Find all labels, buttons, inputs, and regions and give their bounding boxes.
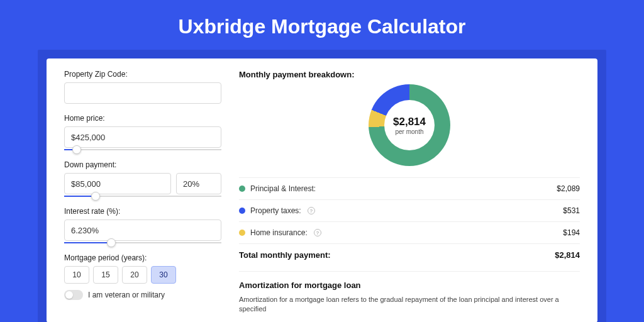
home-price-slider[interactable] [64, 149, 221, 150]
slider-thumb[interactable] [72, 145, 81, 154]
period-btn-15[interactable]: 15 [93, 266, 118, 284]
down-payment-slider[interactable] [64, 196, 221, 197]
breakdown-row-left: Principal & Interest: [239, 184, 316, 193]
donut-value: $2,814 [393, 116, 426, 128]
breakdown-item-value: $2,089 [557, 184, 580, 193]
down-payment-input[interactable] [64, 173, 171, 194]
slider-thumb[interactable] [91, 192, 100, 201]
breakdown-row: Property taxes:?$531 [239, 199, 580, 221]
breakdown-row: Principal & Interest:$2,089 [239, 177, 580, 199]
period-btn-30[interactable]: 30 [151, 266, 176, 284]
interest-slider[interactable] [64, 242, 221, 243]
period-btn-20[interactable]: 20 [122, 266, 147, 284]
slider-fill [64, 242, 111, 243]
amortization-block: Amortization for mortgage loan Amortizat… [239, 271, 580, 314]
home-price-label: Home price: [64, 114, 221, 123]
breakdown-item-value: $194 [563, 228, 580, 237]
info-icon[interactable]: ? [308, 207, 315, 214]
breakdown-item-value: $531 [563, 206, 580, 215]
zip-label: Property Zip Code: [64, 70, 221, 79]
down-payment-pct-input[interactable] [176, 173, 221, 194]
breakdown-row-left: Home insurance:? [239, 228, 321, 237]
breakdown-title: Monthly payment breakdown: [239, 70, 580, 79]
home-price-block: Home price: [64, 114, 221, 150]
interest-block: Interest rate (%): [64, 207, 221, 243]
zip-input[interactable] [64, 82, 221, 104]
breakdown-panel: Monthly payment breakdown: $2,814 per mo… [239, 70, 580, 322]
zip-field-block: Property Zip Code: [64, 70, 221, 104]
veteran-label: I am veteran or military [88, 291, 165, 299]
legend-dot [239, 186, 245, 192]
form-panel: Property Zip Code: Home price: Down paym… [64, 70, 221, 322]
period-options: 10152030 [64, 266, 221, 284]
period-block: Mortgage period (years): 10152030 [64, 253, 221, 284]
donut-chart: $2,814 per month [369, 84, 450, 166]
legend-dot [239, 208, 245, 214]
total-label: Total monthly payment: [239, 250, 331, 260]
calculator-card: Property Zip Code: Home price: Down paym… [47, 58, 597, 322]
breakdown-row-left: Property taxes:? [239, 206, 315, 215]
card-backdrop: Property Zip Code: Home price: Down paym… [38, 50, 606, 322]
veteran-toggle-row: I am veteran or military [64, 290, 221, 300]
interest-input[interactable] [64, 219, 221, 241]
total-value: $2,814 [555, 250, 580, 260]
down-payment-label: Down payment: [64, 160, 221, 169]
breakdown-item-label: Home insurance: [250, 228, 308, 237]
amortization-text: Amortization for a mortgage loan refers … [239, 295, 580, 314]
slider-thumb[interactable] [107, 238, 116, 247]
down-payment-block: Down payment: [64, 160, 221, 197]
interest-label: Interest rate (%): [64, 207, 221, 216]
total-row: Total monthly payment: $2,814 [239, 243, 580, 266]
donut-sub: per month [395, 128, 423, 135]
home-price-input[interactable] [64, 126, 221, 148]
legend-dot [239, 230, 245, 236]
period-btn-10[interactable]: 10 [64, 266, 89, 284]
breakdown-row: Home insurance:?$194 [239, 221, 580, 243]
breakdown-list: Principal & Interest:$2,089Property taxe… [239, 177, 580, 243]
breakdown-item-label: Property taxes: [250, 206, 301, 215]
info-icon[interactable]: ? [314, 229, 321, 236]
breakdown-item-label: Principal & Interest: [250, 184, 316, 193]
page-title: Uxbridge Mortgage Calculator [0, 0, 644, 50]
amortization-title: Amortization for mortgage loan [239, 280, 580, 290]
donut-center: $2,814 per month [384, 100, 435, 150]
period-label: Mortgage period (years): [64, 253, 221, 262]
veteran-toggle[interactable] [64, 290, 83, 300]
